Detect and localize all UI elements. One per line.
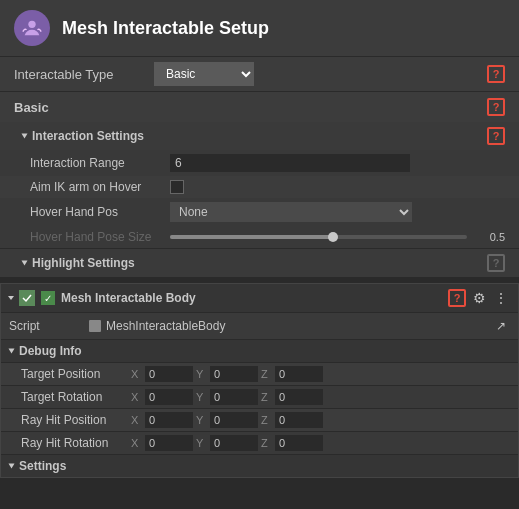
interaction-settings-title: Interaction Settings (22, 129, 144, 143)
target-pos-x-coord: X (131, 366, 193, 382)
settings-title: Settings (9, 459, 66, 473)
header-actions: ? ⚙ ⋮ (448, 289, 510, 307)
target-position-row: Target Position X Y Z (1, 362, 518, 385)
settings-triangle[interactable] (9, 464, 15, 469)
ray-hit-position-fields: X Y Z (131, 412, 323, 428)
target-rot-x-input[interactable] (145, 389, 193, 405)
ray-pos-x-input[interactable] (145, 412, 193, 428)
basic-section: Basic ? Interaction Settings ? Interacti… (0, 91, 519, 277)
x-label: X (131, 368, 143, 380)
target-pos-y-coord: Y (196, 366, 258, 382)
target-rot-x-coord: X (131, 389, 193, 405)
highlight-settings-header: Highlight Settings ? (0, 248, 519, 277)
highlight-settings-help-btn[interactable]: ? (487, 254, 505, 272)
slider-value: 0.5 (475, 231, 505, 243)
ray-rot-z-input[interactable] (275, 435, 323, 451)
target-rot-z-coord: Z (261, 389, 323, 405)
ray-rot-x-input[interactable] (145, 435, 193, 451)
basic-help-btn[interactable]: ? (487, 98, 505, 116)
collapse-triangle[interactable] (22, 134, 28, 139)
component-name-label: Mesh Interactable Body (61, 291, 442, 305)
z-label4: Z (261, 437, 273, 449)
slider-thumb[interactable] (328, 232, 338, 242)
debug-info-title: Debug Info (9, 344, 82, 358)
y-label: Y (196, 368, 208, 380)
slider-fill (170, 235, 333, 239)
ray-pos-z-coord: Z (261, 412, 323, 428)
script-row: Script MeshInteractableBody ↗ (1, 312, 518, 339)
slider-track[interactable] (170, 235, 467, 239)
debug-info-header: Debug Info (1, 339, 518, 362)
script-icon (89, 320, 101, 332)
component-settings-icon[interactable]: ⚙ (470, 289, 488, 307)
target-position-label: Target Position (21, 367, 131, 381)
script-label: Script (9, 319, 89, 333)
interaction-settings-help-btn[interactable]: ? (487, 127, 505, 145)
ray-rot-y-coord: Y (196, 435, 258, 451)
script-name: MeshInteractableBody (106, 319, 225, 333)
ray-pos-y-input[interactable] (210, 412, 258, 428)
interaction-range-row: Interaction Range (0, 150, 519, 176)
component-enable-checkbox[interactable]: ✓ (41, 291, 55, 305)
interactable-type-row: Interactable Type Basic ? (0, 56, 519, 91)
script-value: MeshInteractableBody (89, 319, 225, 333)
component-collapse-triangle[interactable] (8, 296, 14, 300)
highlight-settings-title: Highlight Settings (22, 256, 135, 270)
target-rot-y-input[interactable] (210, 389, 258, 405)
z-label2: Z (261, 391, 273, 403)
highlight-triangle[interactable] (22, 261, 28, 266)
z-label3: Z (261, 414, 273, 426)
interactable-type-select[interactable]: Basic (154, 62, 254, 86)
bottom-panel: ✓ Mesh Interactable Body ? ⚙ ⋮ Script Me… (0, 283, 519, 478)
ray-pos-z-input[interactable] (275, 412, 323, 428)
basic-title: Basic (14, 100, 49, 115)
ray-hit-position-row: Ray Hit Position X Y Z (1, 408, 518, 431)
interaction-settings-header: Interaction Settings ? (0, 122, 519, 150)
target-rotation-label: Target Rotation (21, 390, 131, 404)
component-menu-icon[interactable]: ⋮ (492, 289, 510, 307)
ray-hit-rotation-row: Ray Hit Rotation X Y Z (1, 431, 518, 454)
y-label3: Y (196, 414, 208, 426)
svg-point-0 (28, 21, 35, 28)
interactable-type-help-btn[interactable]: ? (487, 65, 505, 83)
ray-hit-rotation-fields: X Y Z (131, 435, 323, 451)
component-help-btn[interactable]: ? (448, 289, 466, 307)
target-pos-y-input[interactable] (210, 366, 258, 382)
slider-container: 0.5 (170, 231, 505, 243)
y-label2: Y (196, 391, 208, 403)
target-pos-z-input[interactable] (275, 366, 323, 382)
target-pos-x-input[interactable] (145, 366, 193, 382)
app-title: Mesh Interactable Setup (62, 18, 269, 39)
x-label3: X (131, 414, 143, 426)
component-header: ✓ Mesh Interactable Body ? ⚙ ⋮ (1, 284, 518, 312)
aim-ik-label: Aim IK arm on Hover (30, 180, 170, 194)
interactable-type-label: Interactable Type (14, 67, 154, 82)
top-panel: Mesh Interactable Setup Interactable Typ… (0, 0, 519, 277)
hover-hand-pos-select[interactable]: None (170, 202, 412, 222)
aim-ik-checkbox[interactable] (170, 180, 184, 194)
hover-hand-pose-size-label: Hover Hand Pose Size (30, 230, 170, 244)
interaction-range-label: Interaction Range (30, 156, 170, 170)
hover-hand-pose-size-row: Hover Hand Pose Size 0.5 (0, 226, 519, 248)
ray-rot-x-coord: X (131, 435, 193, 451)
target-rot-y-coord: Y (196, 389, 258, 405)
header-row: Mesh Interactable Setup (0, 0, 519, 56)
hover-hand-pos-label: Hover Hand Pos (30, 205, 170, 219)
target-pos-z-coord: Z (261, 366, 323, 382)
interaction-range-input[interactable] (170, 154, 410, 172)
ray-hit-position-label: Ray Hit Position (21, 413, 131, 427)
target-rot-z-input[interactable] (275, 389, 323, 405)
ray-pos-y-coord: Y (196, 412, 258, 428)
basic-header: Basic ? (0, 92, 519, 122)
hover-hand-pos-row: Hover Hand Pos None (0, 198, 519, 226)
component-icon (19, 290, 35, 306)
settings-header: Settings (1, 454, 518, 477)
script-link-icon[interactable]: ↗ (492, 317, 510, 335)
ray-pos-x-coord: X (131, 412, 193, 428)
ray-hit-rotation-label: Ray Hit Rotation (21, 436, 131, 450)
app-icon (14, 10, 50, 46)
target-rotation-row: Target Rotation X Y Z (1, 385, 518, 408)
ray-rot-y-input[interactable] (210, 435, 258, 451)
debug-triangle[interactable] (9, 349, 15, 354)
z-label: Z (261, 368, 273, 380)
